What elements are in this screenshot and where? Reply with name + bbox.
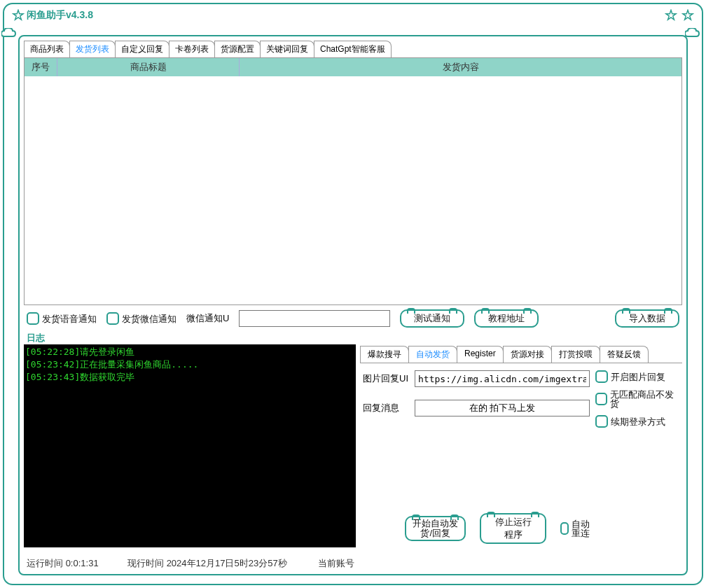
lbl-no-match: 无匹配商品不发货	[610, 390, 679, 408]
window-title: 闲鱼助手v4.3.8	[27, 9, 93, 22]
sub-tab-2[interactable]: Register	[457, 346, 504, 363]
th-seq: 序号	[25, 58, 57, 76]
chk-wechat-notify[interactable]	[106, 312, 119, 325]
chk-no-match[interactable]	[595, 393, 607, 405]
input-img-reply[interactable]	[415, 370, 590, 387]
log-line: [05:23:42]正在批量采集闲鱼商品.....	[25, 358, 354, 371]
sub-tab-4[interactable]: 打赏投喂	[551, 346, 600, 363]
lbl-reply-msg: 回复消息	[363, 402, 412, 414]
sub-tabs: 爆款搜寻自动发货Register货源对接打赏投喂答疑反馈	[360, 346, 682, 363]
input-notify-url[interactable]	[239, 310, 390, 327]
lbl-wechat-notify: 发货微信通知	[122, 314, 176, 323]
main-tab-5[interactable]: 关键词回复	[260, 41, 314, 57]
star-icon	[11, 8, 25, 22]
input-reply-msg[interactable]	[415, 400, 590, 416]
status-runtime: 运行时间 0:0:1:31	[27, 557, 118, 570]
main-tab-2[interactable]: 自定义回复	[115, 41, 169, 57]
lbl-img-reply: 图片回复UI	[363, 372, 412, 385]
btn-start-auto[interactable]: 开始自动发货/回复	[405, 516, 466, 542]
main-tabs: 商品列表发货列表自定义回复卡卷列表货源配置关键词回复ChatGpt智能客服	[24, 41, 686, 57]
sub-tab-1[interactable]: 自动发货	[408, 346, 457, 363]
lbl-auto-reconnect: 自动重连	[572, 519, 593, 538]
main-tab-4[interactable]: 货源配置	[214, 41, 261, 57]
btn-test-notify[interactable]: 测试通知	[400, 309, 464, 328]
log-console[interactable]: [05:22:28]请先登录闲鱼[05:23:42]正在批量采集闲鱼商品....…	[24, 344, 356, 547]
lbl-enable-img-reply: 开启图片回复	[611, 372, 665, 382]
table-header: 序号 商品标题 发货内容	[25, 58, 681, 76]
chk-auto-reconnect[interactable]	[560, 522, 569, 535]
lbl-notify-url: 微信通知U	[186, 312, 229, 325]
sub-tab-0[interactable]: 爆款搜寻	[360, 346, 409, 363]
sub-tab-3[interactable]: 货源对接	[503, 346, 552, 363]
log-line: [05:22:28]请先登录闲鱼	[25, 346, 354, 358]
main-tab-0[interactable]: 商品列表	[24, 41, 70, 57]
main-tab-6[interactable]: ChatGpt智能客服	[314, 41, 392, 57]
log-line: [05:23:43]数据获取完毕	[25, 371, 354, 384]
table-body[interactable]	[25, 76, 681, 304]
chk-enable-img-reply[interactable]	[595, 370, 608, 383]
cloud-decor-right	[685, 28, 705, 42]
lbl-voice-notify: 发货语音通知	[42, 314, 97, 323]
th-title: 商品标题	[57, 58, 239, 76]
btn-stop[interactable]: 停止运行程序	[480, 513, 546, 544]
status-now: 现行时间 2024年12月17日5时23分57秒	[127, 557, 308, 570]
close-icon[interactable]	[681, 8, 695, 22]
main-tab-1[interactable]: 发货列表	[69, 41, 116, 57]
chk-old-login[interactable]	[595, 415, 608, 428]
btn-tutorial[interactable]: 教程地址	[474, 309, 539, 328]
lbl-old-login: 续期登录方式	[611, 417, 665, 426]
minimize-icon[interactable]	[664, 8, 678, 22]
chk-voice-notify[interactable]	[27, 312, 39, 325]
btn-import-data[interactable]: 导入数据	[615, 309, 679, 328]
status-account: 当前账号	[318, 557, 357, 570]
main-tab-3[interactable]: 卡卷列表	[169, 41, 215, 57]
th-content: 发货内容	[239, 58, 681, 76]
log-title: 日志	[27, 332, 686, 344]
sub-tab-5[interactable]: 答疑反馈	[600, 346, 649, 363]
